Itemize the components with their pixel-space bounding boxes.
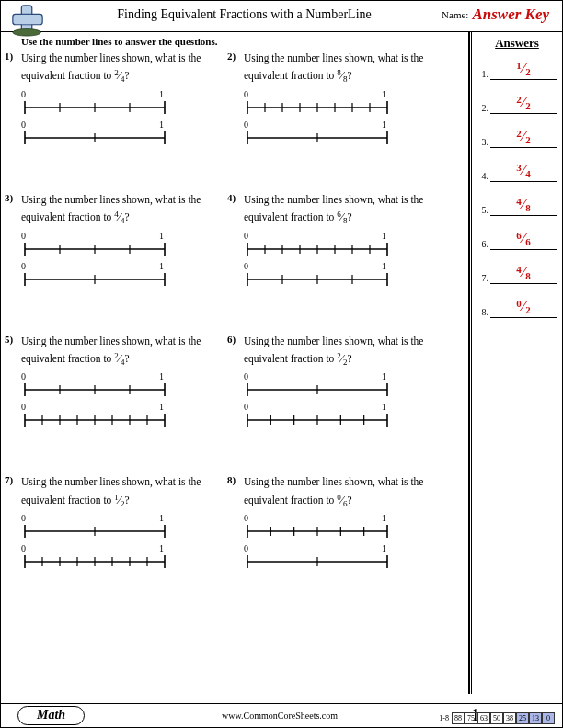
number-line (244, 271, 391, 288)
nl-start: 0 (244, 89, 248, 99)
score-cell: 25 (516, 712, 529, 724)
nl-start: 0 (21, 89, 26, 99)
nl-labels: 01 (21, 402, 164, 412)
nl-start: 0 (21, 513, 26, 523)
problem-fraction: 0⁄6 (337, 491, 347, 509)
answer-number: 8. (477, 307, 490, 318)
nl-labels: 01 (21, 261, 164, 271)
nl-end: 1 (382, 402, 386, 412)
nl-labels: 01 (244, 543, 386, 553)
answer-line: 2⁄2 (490, 130, 557, 148)
answer-row: 4. 3⁄4 (477, 164, 557, 182)
answer-key-label: Answer Key (472, 6, 562, 27)
problem: 7) Using the number lines shown, what is… (21, 474, 240, 572)
problem-number: 3) (5, 192, 13, 203)
answer-line: 0⁄2 (490, 300, 557, 318)
problem: 1) Using the number lines shown, what is… (21, 51, 240, 148)
nl-labels: 01 (244, 231, 386, 241)
nl-labels: 01 (244, 513, 386, 523)
svg-point-3 (13, 29, 40, 37)
nl-labels: 01 (244, 261, 386, 271)
answers-list: 1. 1⁄2 2. 2⁄2 3. 2⁄2 4. 3⁄4 5. 4⁄8 6. 6⁄… (477, 62, 557, 318)
number-line-block: 01 (244, 261, 463, 288)
number-line-block: 01 (244, 371, 463, 398)
nl-labels: 01 (21, 231, 164, 241)
nl-labels: 01 (21, 371, 164, 381)
score-cell: 63 (477, 712, 490, 724)
number-line-block: 01 (244, 513, 463, 540)
problem-text: Using the number lines shown, what is th… (244, 51, 463, 85)
problem-number: 5) (5, 334, 13, 345)
problem-fraction: 2⁄4 (114, 66, 124, 85)
nl-end: 1 (159, 543, 164, 553)
problem-number: 2) (227, 51, 236, 62)
problem-text: Using the number lines shown, what is th… (21, 474, 240, 508)
number-line-block: 01 (21, 543, 240, 570)
name-label: Name: (442, 9, 472, 23)
header: Finding Equivalent Fractions with a Numb… (1, 1, 562, 32)
answer-row: 3. 2⁄2 (477, 130, 557, 148)
problem-text: Using the number lines shown, what is th… (244, 474, 463, 508)
nl-start: 0 (244, 231, 248, 241)
number-line-block: 01 (21, 371, 240, 398)
main-area: Use the number lines to answer the quest… (1, 32, 562, 694)
number-line (21, 523, 168, 540)
problem-number: 1) (5, 51, 13, 62)
logo-icon (10, 3, 45, 38)
number-line (244, 523, 391, 540)
number-line (21, 99, 168, 116)
nl-start: 0 (21, 231, 26, 241)
answer-line: 6⁄6 (490, 232, 557, 250)
nl-end: 1 (159, 402, 164, 412)
answer-line: 4⁄8 (490, 198, 557, 216)
problem-number: 8) (227, 474, 236, 485)
number-line (21, 271, 168, 288)
problem-text: Using the number lines shown, what is th… (21, 192, 240, 226)
nl-start: 0 (244, 261, 248, 271)
number-line (244, 553, 391, 570)
nl-end: 1 (159, 513, 164, 523)
number-line (21, 130, 168, 146)
problem-number: 4) (227, 192, 236, 203)
number-line (21, 381, 168, 398)
answer-fraction: 2⁄2 (516, 129, 531, 144)
site-url: www.CommonCoreSheets.com (85, 711, 471, 721)
number-line-block: 01 (244, 231, 463, 257)
content-area: Use the number lines to answer the quest… (1, 32, 469, 694)
answer-row: 6. 6⁄6 (477, 232, 557, 250)
nl-start: 0 (21, 402, 26, 412)
nl-end: 1 (159, 89, 164, 99)
problem-fraction: 8⁄8 (337, 66, 347, 85)
problem-fraction: 6⁄8 (337, 208, 347, 226)
footer: Math www.CommonCoreSheets.com 1 1-8 8875… (1, 703, 562, 727)
nl-start: 0 (244, 402, 248, 412)
nl-start: 0 (21, 371, 26, 381)
answer-number: 1. (477, 69, 490, 80)
problem: 8) Using the number lines shown, what is… (244, 474, 463, 572)
nl-start: 0 (21, 119, 26, 130)
answer-row: 1. 1⁄2 (477, 62, 557, 80)
nl-labels: 01 (21, 543, 164, 553)
answer-row: 8. 0⁄2 (477, 300, 557, 318)
worksheet-title: Finding Equivalent Fractions with a Numb… (1, 7, 442, 25)
answers-header: Answers (477, 36, 557, 51)
nl-labels: 01 (21, 119, 164, 130)
nl-end: 1 (382, 371, 386, 381)
nl-labels: 01 (244, 402, 386, 412)
nl-end: 1 (159, 231, 164, 241)
number-line-block: 01 (21, 513, 240, 540)
nl-end: 1 (382, 89, 386, 99)
number-line-block: 01 (21, 231, 240, 257)
score-cell: 38 (503, 712, 516, 724)
answer-row: 5. 4⁄8 (477, 198, 557, 216)
problem: 4) Using the number lines shown, what is… (244, 192, 463, 290)
nl-labels: 01 (21, 89, 164, 99)
number-line (21, 241, 168, 257)
answer-fraction: 3⁄4 (516, 163, 531, 178)
score-range: 1-8 (439, 714, 449, 722)
problem-fraction: 1⁄2 (114, 491, 124, 509)
number-line-block: 01 (21, 119, 240, 146)
answer-line: 2⁄2 (490, 96, 557, 114)
problem-text: Using the number lines shown, what is th… (244, 334, 463, 368)
answers-column: Answers 1. 1⁄2 2. 2⁄2 3. 2⁄2 4. 3⁄4 5. 4… (469, 32, 562, 694)
